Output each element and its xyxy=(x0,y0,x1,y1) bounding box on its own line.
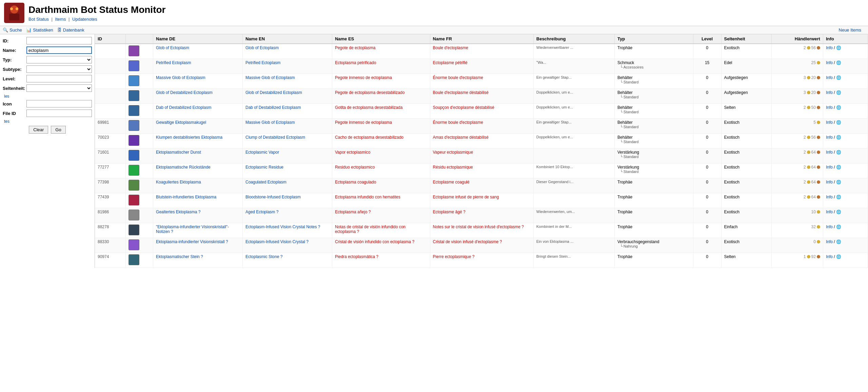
subtype-select[interactable] xyxy=(26,65,92,73)
name-en-link[interactable]: Bloodstone-Infused Ectoplasm xyxy=(245,195,301,199)
seltenheit-select[interactable] xyxy=(26,84,92,92)
name-en-link[interactable]: Coagulated Ectoplasm xyxy=(245,180,287,184)
wiki-link[interactable]: 🌐 xyxy=(836,254,841,259)
name-de-link[interactable]: Gealtertes Ektoplasma ? xyxy=(156,210,200,214)
name-es-link[interactable]: Pegote inmenso de ectoplasma xyxy=(335,120,392,125)
name-fr-link[interactable]: Résidu ectoplasmique xyxy=(433,165,473,170)
name-fr-link[interactable]: Ectoplasme infusé de pierre de sang xyxy=(433,195,499,199)
name-es-link[interactable]: Pegote de ectoplasma xyxy=(335,45,375,50)
clear-button[interactable]: Clear xyxy=(29,126,48,134)
name-de-link[interactable]: Dab of Destabilized Ectoplasm xyxy=(156,105,211,110)
name-de-link[interactable]: Ektoplasmatischer Dunst xyxy=(156,150,201,155)
info-link[interactable]: Info xyxy=(826,195,833,199)
info-link[interactable]: Info xyxy=(826,180,833,184)
info-link[interactable]: Info xyxy=(826,239,833,244)
info-link[interactable]: Info xyxy=(826,45,833,50)
name-en-link[interactable]: Massive Glob of Ectoplasm xyxy=(245,75,295,80)
neue-items-link[interactable]: Neue Items xyxy=(839,27,861,33)
name-es-link[interactable]: Ectoplasma coagulado xyxy=(335,180,376,184)
name-de-link[interactable]: Glob of Destabilized Ectoplasm xyxy=(156,90,213,95)
name-fr-link[interactable]: Ectoplasme coagulé xyxy=(433,180,470,184)
name-en-link[interactable]: Ectoplasm-Infused Vision Crystal Notes ? xyxy=(245,224,320,229)
name-fr-link[interactable]: Ectoplasme pétrifié xyxy=(433,60,468,65)
name-es-link[interactable]: Pegote de ectoplasma desestabilizado xyxy=(335,90,405,95)
search-link[interactable]: 🔍 Suche xyxy=(3,27,22,33)
level-input[interactable] xyxy=(26,75,92,82)
wiki-link[interactable]: 🌐 xyxy=(836,165,841,170)
id-input[interactable] xyxy=(26,37,92,44)
nav-botstatus[interactable]: Bot Status xyxy=(28,17,49,22)
name-fr-link[interactable]: Amas d'ectoplasme déstabilisé xyxy=(433,135,489,140)
name-fr-link[interactable]: Ectoplasme âgé ? xyxy=(433,210,466,214)
name-de-link[interactable]: Glob of Ectoplasm xyxy=(156,45,189,50)
info-link[interactable]: Info xyxy=(826,150,833,155)
name-es-link[interactable]: Piedra ectoplasmática ? xyxy=(335,254,378,259)
name-fr-link[interactable]: Énorme boule d'ectoplasme xyxy=(433,75,483,80)
name-es-link[interactable]: Cristal de visión infundido con ectoplas… xyxy=(335,239,414,244)
wiki-link[interactable]: 🌐 xyxy=(836,210,841,214)
name-en-link[interactable]: Dab of Destabilized Ectoplasm xyxy=(245,105,301,110)
info-link[interactable]: Info xyxy=(826,120,833,125)
info-link[interactable]: Info xyxy=(826,224,833,229)
name-en-link[interactable]: Clump of Destabilized Ectoplasm xyxy=(245,135,305,140)
name-de-link[interactable]: Ektoplasmatische Rückstände xyxy=(156,165,211,170)
name-es-link[interactable]: Ectoplasma añejo ? xyxy=(335,210,371,214)
info-link[interactable]: Info xyxy=(826,165,833,170)
name-es-link[interactable]: Pegote inmenso de ectoplasma xyxy=(335,75,392,80)
wiki-link[interactable]: 🌐 xyxy=(836,224,841,229)
go-button[interactable]: Go xyxy=(51,126,65,134)
name-de-link[interactable]: Ektoplasma-infundierter Visionskristall … xyxy=(156,239,228,244)
nav-updatenotes[interactable]: Updatenotes xyxy=(72,17,97,22)
wiki-link[interactable]: 🌐 xyxy=(836,105,841,110)
nav-items[interactable]: Items xyxy=(55,17,66,22)
name-de-link[interactable]: Gewaltige Ektoplasmakugel xyxy=(156,120,206,125)
datenbank-link[interactable]: 🗄 Datenbank xyxy=(57,27,84,33)
name-es-link[interactable]: Gotita de ectoplasma desestabilizada xyxy=(335,105,402,110)
info-link[interactable]: Info xyxy=(826,105,833,110)
name-es-link[interactable]: Residuo ectoplasmico xyxy=(335,165,375,170)
info-link[interactable]: Info xyxy=(826,210,833,214)
wiki-link[interactable]: 🌐 xyxy=(836,60,841,65)
name-en-link[interactable]: Aged Ectoplasm ? xyxy=(245,210,278,214)
name-es-link[interactable]: Notas de cristal de visión infundido con… xyxy=(335,224,406,234)
wiki-link[interactable]: 🌐 xyxy=(836,239,841,244)
info-link[interactable]: Info xyxy=(826,75,833,80)
wiki-link[interactable]: 🌐 xyxy=(836,195,841,199)
wiki-link[interactable]: 🌐 xyxy=(836,120,841,125)
name-en-link[interactable]: Glob of Destabilized Ectoplasm xyxy=(245,90,302,95)
name-fr-link[interactable]: Pierre ectoplasmique ? xyxy=(433,254,475,259)
wiki-link[interactable]: 🌐 xyxy=(836,90,841,95)
name-en-link[interactable]: Ectoplasm-Infused Vision Crystal ? xyxy=(245,239,309,244)
icon-input[interactable] xyxy=(26,100,92,107)
name-fr-link[interactable]: Vapeur ectoplasmique xyxy=(433,150,473,155)
name-de-link[interactable]: Koaguliertes Ektoplasma xyxy=(156,180,201,184)
wiki-link[interactable]: 🌐 xyxy=(836,45,841,50)
name-es-link[interactable]: Ectoplasma petrificado xyxy=(335,60,376,65)
name-de-link[interactable]: Blutstein-infundiertes Ektoplasma xyxy=(156,195,216,199)
info-link[interactable]: Info xyxy=(826,135,833,140)
name-fr-link[interactable]: Cristal de vision infusé d'ectoplasme ? xyxy=(433,239,502,244)
name-de-link[interactable]: Petrified Ectoplasm xyxy=(156,60,191,65)
name-de-link[interactable]: Klumpen destabilisiertes Ektoplasma xyxy=(156,135,222,140)
wiki-link[interactable]: 🌐 xyxy=(836,135,841,140)
info-link[interactable]: Info xyxy=(826,60,833,65)
name-input[interactable] xyxy=(26,46,92,54)
name-fr-link[interactable]: Boule d'ectoplasme xyxy=(433,45,468,50)
name-en-link[interactable]: Massive Glob of Ectoplasm xyxy=(245,120,295,125)
name-fr-link[interactable]: Boule d'ectoplasme déstabilisé xyxy=(433,90,489,95)
name-de-link[interactable]: "Ektoplasma-infundierter Visionskristall… xyxy=(156,224,229,234)
name-en-link[interactable]: Glob of Ectoplasm xyxy=(245,45,279,50)
fileid-input[interactable] xyxy=(26,110,92,117)
wiki-link[interactable]: 🌐 xyxy=(836,150,841,155)
name-es-link[interactable]: Vapor ectoplasmico xyxy=(335,150,371,155)
name-en-link[interactable]: Ectoplasmic Stone ? xyxy=(245,254,282,259)
name-fr-link[interactable]: Soupçon d'ectoplasme déstabilisé xyxy=(433,105,494,110)
typ-select[interactable] xyxy=(26,56,92,63)
name-de-link[interactable]: Ektoplasmatischer Stein ? xyxy=(156,254,203,259)
name-es-link[interactable]: Ectoplasma infundido con hematites xyxy=(335,195,400,199)
wiki-link[interactable]: 🌐 xyxy=(836,180,841,184)
info-link[interactable]: Info xyxy=(826,90,833,95)
filter-link-1[interactable]: les xyxy=(3,94,92,99)
name-de-link[interactable]: Massive Glob of Ectoplasm xyxy=(156,75,205,80)
name-fr-link[interactable]: Énorme boule d'ectoplasme xyxy=(433,120,483,125)
